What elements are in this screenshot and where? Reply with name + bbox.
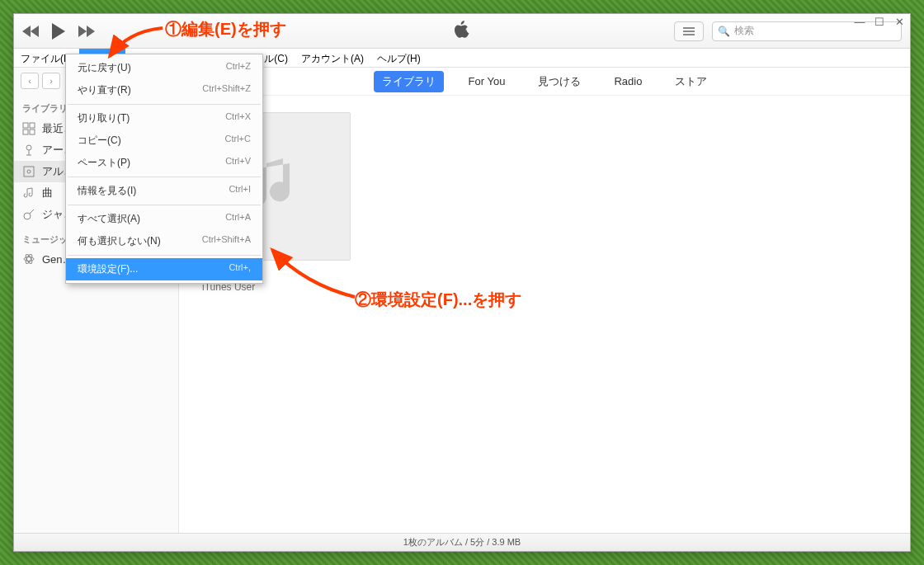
dropdown-item-shortcut: Ctrl+A xyxy=(225,212,251,226)
dropdown-item-shortcut: Ctrl+Shift+A xyxy=(202,234,251,248)
dropdown-separator xyxy=(68,104,261,105)
dropdown-item-label: やり直す(R) xyxy=(78,83,131,97)
search-icon: 🔍 xyxy=(718,26,730,37)
dropdown-item-label: すべて選択(A) xyxy=(78,212,140,226)
dropdown-item[interactable]: コピー(C)Ctrl+C xyxy=(66,129,262,152)
window-controls: — ☐ ✕ xyxy=(854,16,905,28)
dropdown-item-label: ペースト(P) xyxy=(78,156,130,170)
dropdown-item-shortcut: Ctrl+V xyxy=(225,156,251,170)
close-button[interactable]: ✕ xyxy=(893,16,905,28)
dropdown-item[interactable]: 何も選択しない(N)Ctrl+Shift+A xyxy=(66,230,262,252)
dropdown-item-shortcut: Ctrl+Z xyxy=(226,61,251,75)
svg-rect-1 xyxy=(30,123,35,128)
tab-store[interactable]: ストア xyxy=(667,71,715,92)
list-view-button[interactable] xyxy=(674,21,704,41)
status-text: 1枚のアルバム / 5分 / 3.9 MB xyxy=(403,536,521,549)
edit-dropdown-menu: 元に戻す(U)Ctrl+Zやり直す(R)Ctrl+Shift+Z切り取り(T)C… xyxy=(65,54,263,284)
dropdown-item-label: コピー(C) xyxy=(78,134,121,148)
dropdown-item[interactable]: 環境設定(F)...Ctrl+, xyxy=(66,258,262,280)
svg-point-6 xyxy=(27,170,31,173)
dropdown-separator xyxy=(68,255,261,256)
svg-point-8 xyxy=(24,257,34,261)
next-button[interactable] xyxy=(77,25,95,38)
dropdown-item-label: 何も選択しない(N) xyxy=(78,234,161,248)
svg-rect-0 xyxy=(23,123,28,128)
album-grid: Test CD iTunes User xyxy=(179,96,910,533)
dropdown-item-shortcut: Ctrl+I xyxy=(229,184,251,198)
dropdown-item-label: 環境設定(F)... xyxy=(78,262,138,276)
maximize-button[interactable]: ☐ xyxy=(874,16,885,28)
tab-library[interactable]: ライブラリ xyxy=(374,71,444,92)
dropdown-item[interactable]: 切り取り(T)Ctrl+X xyxy=(66,107,262,129)
svg-point-7 xyxy=(24,213,31,219)
menu-help[interactable]: ヘルプ(H) xyxy=(370,49,427,67)
dropdown-item-label: 元に戻す(U) xyxy=(78,61,131,75)
nav-forward-button[interactable]: › xyxy=(42,73,60,89)
dropdown-item[interactable]: すべて選択(A)Ctrl+A xyxy=(66,208,262,230)
minimize-button[interactable]: — xyxy=(854,16,865,28)
svg-rect-2 xyxy=(23,129,28,134)
dropdown-item-label: 情報を見る(I) xyxy=(78,184,136,198)
dropdown-item[interactable]: ペースト(P)Ctrl+V xyxy=(66,152,262,174)
apple-logo-icon xyxy=(454,20,470,43)
dropdown-item-shortcut: Ctrl+X xyxy=(225,111,251,125)
grid-icon xyxy=(22,122,35,135)
dropdown-item-shortcut: Ctrl+C xyxy=(225,134,251,148)
svg-rect-5 xyxy=(24,167,34,177)
dropdown-item-shortcut: Ctrl+Shift+Z xyxy=(202,83,251,97)
toolbar: 🔍 検索 xyxy=(14,14,910,49)
menu-account[interactable]: アカウント(A) xyxy=(295,49,370,67)
dropdown-separator xyxy=(68,177,261,177)
dropdown-item[interactable]: やり直す(R)Ctrl+Shift+Z xyxy=(66,79,262,101)
search-placeholder: 検索 xyxy=(734,24,754,38)
dropdown-item-shortcut: Ctrl+, xyxy=(229,262,251,276)
status-bar: 1枚のアルバム / 5分 / 3.9 MB xyxy=(14,533,910,551)
play-button[interactable] xyxy=(50,22,67,40)
tab-strip: ライブラリ For You 見つける Radio ストア xyxy=(179,68,910,96)
dropdown-separator xyxy=(68,205,261,205)
sidebar-item-label: 曲 xyxy=(42,186,53,200)
tab-foryou[interactable]: For You xyxy=(460,72,514,91)
dropdown-item[interactable]: 元に戻す(U)Ctrl+Z xyxy=(66,57,262,79)
main-panel: ライブラリ For You 見つける Radio ストア Test CD iTu… xyxy=(179,68,910,533)
dropdown-item-label: 切り取り(T) xyxy=(78,111,130,125)
svg-point-4 xyxy=(26,145,31,150)
tab-discover[interactable]: 見つける xyxy=(530,71,589,92)
dropdown-item[interactable]: 情報を見る(I)Ctrl+I xyxy=(66,180,262,202)
nav-back-button[interactable]: ‹ xyxy=(21,73,39,89)
mic-icon xyxy=(22,144,35,157)
album-icon xyxy=(22,165,35,178)
prev-button[interactable] xyxy=(22,25,40,38)
playback-controls xyxy=(22,22,95,40)
guitar-icon xyxy=(22,208,35,221)
atom-icon xyxy=(22,252,35,266)
note-icon xyxy=(22,186,35,200)
svg-rect-3 xyxy=(30,129,35,134)
tab-radio[interactable]: Radio xyxy=(606,72,650,91)
